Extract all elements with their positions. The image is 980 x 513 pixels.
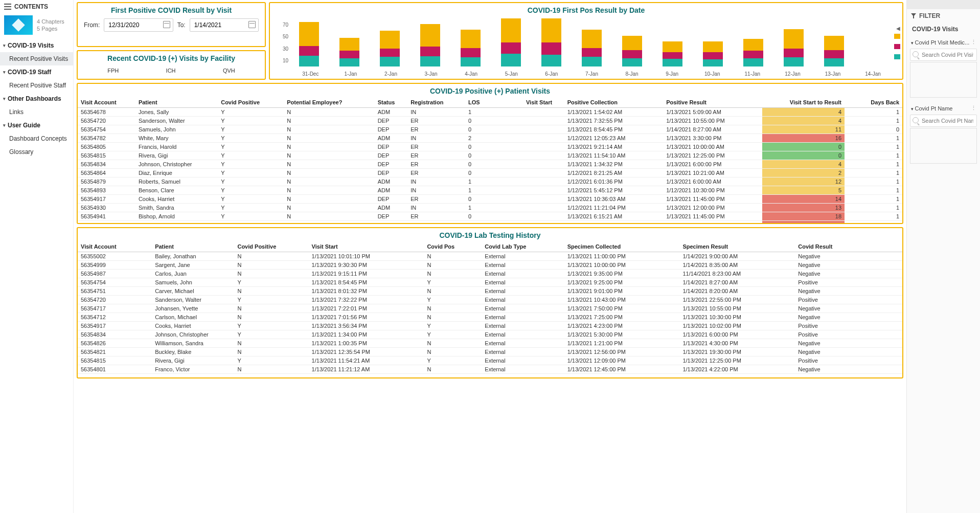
column-header[interactable]: Days Back bbox=[845, 97, 902, 108]
column-header[interactable]: Covid Pos bbox=[424, 241, 482, 252]
kebab-icon[interactable]: ⋮ bbox=[971, 39, 976, 46]
calendar-icon[interactable] bbox=[248, 21, 256, 28]
nav-section[interactable]: COVID-19 Staff bbox=[0, 65, 73, 79]
cell: 1/13/2021 12:09:00 PM bbox=[564, 356, 680, 365]
column-header[interactable]: Visit Account bbox=[78, 241, 152, 252]
table-row[interactable]: 56354717Johansen, YvetteN1/13/2021 7:22:… bbox=[78, 304, 902, 313]
table-row[interactable]: 56354999Sargent, JaneN1/13/2021 9:30:30 … bbox=[78, 261, 902, 270]
table-row[interactable]: 56354953Alvarez, JamesYNDEPER01/13/2021 … bbox=[78, 221, 902, 224]
table-row[interactable]: 56354801Franco, VictorN1/13/2021 11:21:1… bbox=[78, 365, 902, 374]
column-header[interactable]: Potential Employee? bbox=[284, 97, 374, 108]
column-header[interactable]: Positive Result bbox=[663, 97, 762, 108]
column-header[interactable]: Status bbox=[375, 97, 408, 108]
table-row[interactable]: 56354821Buckley, BlakeN1/13/2021 12:35:5… bbox=[78, 348, 902, 356]
column-header[interactable]: Visit Account bbox=[78, 97, 135, 108]
kebab-icon[interactable]: ⋮ bbox=[971, 105, 976, 111]
nav-item[interactable]: Dashboard Concepts bbox=[0, 132, 73, 145]
nav-section[interactable]: User Guide bbox=[0, 119, 73, 132]
nav-item[interactable]: Recent Positive Visits bbox=[0, 52, 73, 65]
column-header[interactable]: Specimen Collected bbox=[564, 241, 680, 252]
filter-listbox-2[interactable] bbox=[910, 128, 977, 164]
visits-table-title: COVID-19 Positive (+) Patient Visits bbox=[78, 84, 902, 97]
table-row[interactable]: 56354941Bishop, ArnoldYNDEPER01/13/2021 … bbox=[78, 212, 902, 221]
table-row[interactable]: 56354826Williamson, SandraN1/13/2021 1:0… bbox=[78, 339, 902, 348]
column-header[interactable]: Visit Start bbox=[523, 97, 564, 108]
filter-section-2[interactable]: Covid Pt Name ⋮ bbox=[910, 103, 977, 114]
bar-group[interactable] bbox=[579, 18, 604, 66]
bar-group[interactable] bbox=[458, 18, 484, 66]
column-header[interactable]: Covid Result bbox=[795, 241, 902, 252]
lab-table[interactable]: Visit AccountPatientCovid PositiveVisit … bbox=[78, 241, 902, 374]
bar-group[interactable] bbox=[418, 18, 443, 66]
table-row[interactable]: 56354930Smith, SandraYNADMIN11/12/2021 1… bbox=[78, 204, 902, 212]
column-header[interactable]: Specimen Result bbox=[679, 241, 795, 252]
table-row[interactable]: 56354893Benson, ClareYNADMIN11/12/2021 5… bbox=[78, 186, 902, 195]
bar-group[interactable] bbox=[337, 18, 362, 66]
table-row[interactable]: 56354712Carlson, MichaelN1/13/2021 7:01:… bbox=[78, 313, 902, 322]
bar-group[interactable] bbox=[781, 18, 806, 66]
nav-item[interactable]: Glossary bbox=[0, 145, 73, 159]
bar-group[interactable] bbox=[377, 18, 403, 66]
cell: External bbox=[482, 365, 564, 374]
filter-search-1[interactable] bbox=[910, 49, 977, 61]
legend-swatch[interactable] bbox=[894, 54, 900, 59]
filter-listbox-1[interactable] bbox=[910, 62, 977, 98]
table-row[interactable]: 56354720Sanderson, WalterYNDEPER01/13/20… bbox=[78, 117, 902, 125]
filter-search-2[interactable] bbox=[910, 115, 977, 127]
sidebar-card[interactable]: 4 Chapters 5 Pages bbox=[0, 13, 73, 39]
bar-group[interactable] bbox=[498, 18, 524, 66]
table-row[interactable]: 56354754Samuels, JohnYNDEPER01/13/2021 8… bbox=[78, 125, 902, 134]
table-row[interactable]: 56354754Samuels, JohnY1/13/2021 8:54:45 … bbox=[78, 278, 902, 287]
column-header[interactable]: Registration bbox=[407, 97, 465, 108]
nav-item[interactable]: Recent Positive Staff bbox=[0, 79, 73, 92]
column-header[interactable]: Covid Positive bbox=[234, 241, 308, 252]
facility-label[interactable]: FPH bbox=[107, 68, 119, 74]
column-header[interactable]: Covid Lab Type bbox=[482, 241, 564, 252]
bar-group[interactable] bbox=[740, 18, 766, 66]
table-row[interactable]: 56354834Johnson, ChristopherYNDEPER01/13… bbox=[78, 160, 902, 169]
bar-group[interactable] bbox=[297, 18, 322, 66]
cell: 1/13/2021 10:00:00 PM bbox=[564, 261, 680, 270]
table-row[interactable]: 56355002Bailey, JonathanN1/13/2021 10:01… bbox=[78, 252, 902, 261]
column-header[interactable]: LOS bbox=[465, 97, 523, 108]
column-header[interactable]: Patient bbox=[135, 97, 218, 108]
bar-group[interactable] bbox=[659, 18, 685, 66]
bar-group[interactable] bbox=[821, 18, 847, 66]
bar-group[interactable] bbox=[700, 18, 725, 66]
table-row[interactable]: 56354917Cooks, HarrietYNDEPER01/13/2021 … bbox=[78, 195, 902, 204]
table-row[interactable]: 56354815Rivera, GigiYNDEPER01/13/2021 11… bbox=[78, 151, 902, 160]
bar-group[interactable] bbox=[619, 18, 645, 66]
calendar-icon[interactable] bbox=[163, 21, 170, 28]
bar-group[interactable] bbox=[861, 18, 887, 66]
filter-section-1[interactable]: Covid Pt Visit Medic... ⋮ bbox=[910, 37, 977, 48]
nav-section[interactable]: COVID-19 Visits bbox=[0, 39, 73, 52]
nav-item[interactable]: Links bbox=[0, 105, 73, 119]
table-row[interactable]: 56354751Carver, MichaelN1/13/2021 8:01:3… bbox=[78, 287, 902, 296]
column-header[interactable]: Covid Positive bbox=[218, 97, 284, 108]
legend-collapse-icon[interactable]: ◀ bbox=[896, 26, 900, 31]
table-row[interactable]: 56354805Francis, HaroldYNDEPER01/13/2021… bbox=[78, 143, 902, 151]
x-label: 6-Jan bbox=[532, 71, 572, 77]
facility-label[interactable]: ICH bbox=[166, 68, 176, 74]
table-row[interactable]: 56354720Sanderson, WalterY1/13/2021 7:32… bbox=[78, 296, 902, 304]
visits-table[interactable]: Visit AccountPatientCovid PositivePotent… bbox=[78, 97, 902, 223]
table-row[interactable]: 56354782White, MaryYNADMIN21/12/2021 12:… bbox=[78, 134, 902, 143]
legend-swatch[interactable] bbox=[894, 34, 900, 39]
table-row[interactable]: 56354864Diaz, EnriqueYNDEPER01/12/2021 8… bbox=[78, 169, 902, 177]
column-header[interactable]: Visit Start to Result bbox=[762, 97, 845, 108]
bar-group[interactable] bbox=[539, 18, 564, 66]
table-row[interactable]: 56354815Rivera, GigiY1/13/2021 11:54:21 … bbox=[78, 356, 902, 365]
table-row[interactable]: 56354917Cooks, HarrietY1/13/2021 3:56:34… bbox=[78, 322, 902, 330]
table-row[interactable]: 56354987Carlos, JuanN1/13/2021 9:15:11 P… bbox=[78, 270, 902, 278]
column-header[interactable]: Patient bbox=[152, 241, 234, 252]
table-row[interactable]: 56354834Johnson, ChristopherY1/13/2021 1… bbox=[78, 330, 902, 339]
y-tick: 70 bbox=[283, 21, 288, 27]
legend-swatch[interactable] bbox=[894, 44, 900, 49]
table-row[interactable]: 56354678Jones, SallyYNADMIN11/13/2021 1:… bbox=[78, 108, 902, 117]
column-header[interactable]: Positive Collection bbox=[564, 97, 664, 108]
facility-label[interactable]: QVH bbox=[223, 68, 235, 74]
nav-section[interactable]: Other Dashboards bbox=[0, 92, 73, 105]
cell: Y bbox=[424, 296, 482, 304]
table-row[interactable]: 56354879Roberts, SamuelYNADMIN11/12/2021… bbox=[78, 177, 902, 186]
column-header[interactable]: Visit Start bbox=[309, 241, 424, 252]
